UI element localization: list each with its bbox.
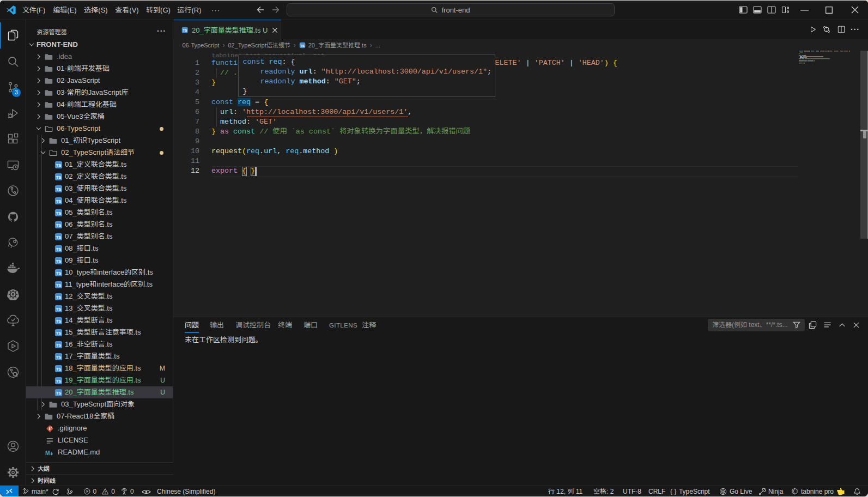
svg-text:M: M	[45, 450, 50, 456]
